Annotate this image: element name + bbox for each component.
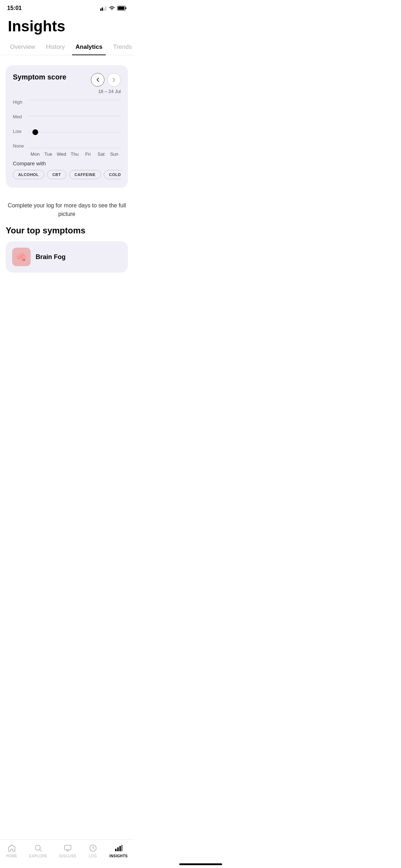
svg-rect-5 — [118, 7, 124, 10]
next-period-button[interactable] — [107, 73, 121, 87]
tag-cold[interactable]: COLD — [104, 170, 121, 179]
battery-icon — [117, 6, 127, 11]
tag-alcohol[interactable]: ALCOHOL — [13, 170, 44, 179]
y-label-high: High — [13, 100, 24, 104]
date-range: 18 – 24 Jul — [98, 89, 121, 94]
grid-line-4 — [29, 148, 121, 148]
svg-rect-2 — [103, 9, 105, 11]
svg-rect-3 — [105, 6, 107, 11]
card-header: Symptom score — [13, 73, 121, 94]
chevron-right-icon — [112, 77, 116, 82]
signal-icon — [100, 6, 107, 11]
compare-tags-row[interactable]: ALCOHOL CBT CAFFEINE COLD COMMUTING — [13, 170, 121, 181]
svg-rect-6 — [125, 7, 127, 9]
grid-line-1 — [29, 100, 121, 100]
nav-buttons: 18 – 24 Jul — [91, 73, 121, 94]
x-label-sun: Sun — [108, 151, 121, 157]
chart-y-labels: High Med Low None — [13, 100, 24, 148]
info-text: Complete your log for more days to see t… — [0, 198, 134, 226]
card-title: Symptom score — [13, 73, 66, 81]
wifi-icon — [109, 6, 115, 11]
y-label-none: None — [13, 144, 24, 148]
chevron-left-icon — [96, 77, 99, 82]
chart-grid — [29, 100, 121, 148]
nav-row — [91, 73, 121, 87]
tab-analytics[interactable]: Analytics — [72, 41, 106, 55]
tab-history[interactable]: History — [42, 41, 68, 55]
status-bar: 15:01 — [0, 0, 134, 14]
tab-overview[interactable]: Overview — [6, 41, 39, 55]
tag-cbt[interactable]: CBT — [47, 170, 66, 179]
symptom-icon-brain-fog: 🧠 — [12, 248, 31, 266]
data-point-mon — [32, 129, 38, 135]
chart-area: High Med Low None Mon Tue Wed — [13, 100, 121, 157]
tabs-container: Overview History Analytics Trends — [0, 41, 134, 55]
svg-rect-0 — [100, 9, 102, 11]
x-label-thu: Thu — [68, 151, 81, 157]
tab-trends[interactable]: Trends — [109, 41, 134, 55]
symptom-card-brain-fog[interactable]: 🧠 Brain Fog — [6, 241, 128, 273]
status-icons — [100, 6, 127, 11]
svg-rect-1 — [102, 7, 103, 11]
x-label-fri: Fri — [81, 151, 94, 157]
symptom-name-brain-fog: Brain Fog — [36, 253, 66, 261]
y-label-med: Med — [13, 114, 24, 119]
y-label-low: Low — [13, 129, 24, 134]
tag-caffeine[interactable]: CAFFEINE — [69, 170, 101, 179]
x-label-wed: Wed — [55, 151, 68, 157]
grid-line-3 — [29, 132, 121, 133]
page-title: Insights — [0, 14, 134, 41]
x-label-tue: Tue — [42, 151, 55, 157]
grid-line-2 — [29, 116, 121, 116]
main-content: Symptom score — [0, 62, 134, 198]
x-axis-labels: Mon Tue Wed Thu Fri Sat Sun — [29, 151, 121, 157]
status-time: 15:01 — [7, 5, 22, 11]
compare-title: Compare with — [13, 160, 121, 166]
symptom-score-card: Symptom score — [6, 65, 128, 188]
top-symptoms-title: Your top symptoms — [0, 226, 134, 241]
prev-period-button[interactable] — [91, 73, 104, 87]
x-label-sat: Sat — [94, 151, 108, 157]
x-label-mon: Mon — [29, 151, 42, 157]
